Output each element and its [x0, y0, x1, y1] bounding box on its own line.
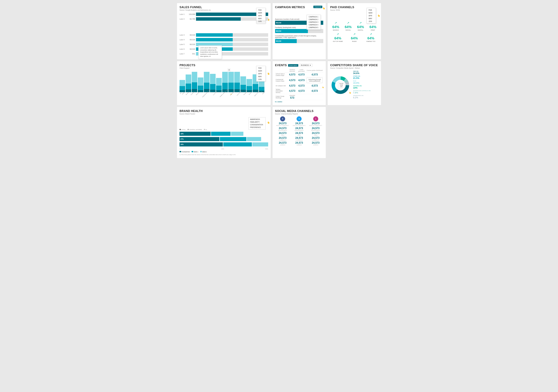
events-val-campus-1: 4,573 [288, 84, 297, 88]
fb-likes-value: 24,573 [275, 132, 290, 135]
brand-opt-consideration[interactable]: CONSIDERATION [249, 123, 265, 126]
wave-legend: FOUNDATION WAVE 1 WAVE 2 [180, 151, 268, 153]
campaign-2[interactable]: CAMPAIGN 2 [307, 18, 321, 21]
comp-pct-6: 6.2% [353, 96, 378, 99]
axis-25: 25% [221, 148, 224, 150]
campaign-5[interactable]: CAMPAIGN 5 [307, 26, 321, 29]
search-arrow-icon: ↗ [330, 21, 341, 25]
radio-pct: 64% [347, 36, 362, 40]
projects-month-dropdown[interactable]: FEB MAR APR MAY JUN [256, 66, 266, 82]
competitors-panel: COMPETITORS SHARE OF VOICE Source: Compe… [328, 61, 381, 105]
month-apr[interactable]: APR [256, 14, 265, 17]
funnel-label-1: Label 1 [180, 14, 188, 15]
funnel-label-6: Label 6 [180, 48, 188, 50]
proj-month-feb[interactable]: FEB [256, 67, 265, 69]
funnel-row-6: Label 6 68,018 [180, 47, 268, 51]
brand-question: Q: First of all, please enter the names … [180, 154, 268, 155]
events-label-commercial: Commercial Careers Expo [275, 77, 288, 84]
proj-month-apr[interactable]: APR [256, 72, 265, 75]
events-label-campus: On campus visit [275, 84, 288, 88]
sales-funnel-title: SALES FUNNEL [180, 6, 210, 9]
events-row-school: School Visit or Careers Expo 4,573 4,573… [275, 72, 323, 77]
competitors-subtitle: Source: Competitor Media Spend - Nielsen [330, 67, 378, 69]
events-val-tertiary-1: 4,573 [288, 88, 297, 94]
brand-opt-familiarity[interactable]: FAMILIARITY [249, 121, 265, 123]
sales-funnel-subtitle: Source: Google Analytics and Admissions … [180, 9, 210, 11]
fb-comments-value: 24,573 [275, 136, 290, 139]
funnel-row-2: Label 2 82,745 [180, 17, 268, 21]
social-pct: 64% [342, 25, 354, 29]
funnel-value-1: 134,698 [188, 13, 196, 15]
month-may[interactable]: MAY [256, 17, 265, 20]
paid-month-may[interactable]: MAY [367, 17, 376, 20]
brand-dropdown[interactable]: AWARENESS FAMILIARITY CONSIDERATION PREF… [248, 117, 266, 129]
campaign-1[interactable]: CAMPAIGN 1 [307, 16, 321, 18]
brand-seg-consideration-2 [223, 142, 252, 146]
donut-chart: 34.6%ONEUNI. 👆 [330, 75, 350, 95]
funnel-row-1: Label 1 134,698 [180, 13, 268, 16]
brand-seg-familiarity-3 [247, 137, 261, 141]
campaign-dropdown[interactable]: CAMPAIGN 1 CAMPAIGN 2 CAMPAIGN 3 CAMPAIG… [307, 15, 321, 30]
tw-comments-value: 24,573 [292, 136, 307, 139]
paid-channels-title: PAID CHANNELS [330, 6, 354, 9]
consideration-value: 68,018 [276, 40, 281, 42]
fb-likes-label: LIKES [275, 135, 290, 136]
month-jun[interactable]: JUN [256, 20, 265, 23]
comp-item-4: VICTORIA UNI. 10% [353, 85, 378, 89]
funnel-row-5: Label 5 68,018 [180, 43, 268, 46]
paid-month-apr[interactable]: APR [367, 14, 376, 17]
brand-bar-awareness: 18% [180, 132, 268, 136]
business-dropdown[interactable]: BUSINESS ▼ [300, 64, 313, 67]
familiarity-value: 68,018 [276, 30, 281, 32]
funnel-bar-wrap-3 [196, 33, 268, 37]
paid-month-feb[interactable]: FEB [367, 9, 376, 11]
bar-sonmore [246, 72, 252, 92]
month-feb[interactable]: FEB [256, 9, 265, 11]
fb-community-label: SIZE OF COMMUNITY [275, 125, 290, 126]
projects-panel: PROJECTS Client Support FEB MAR APR MAY … [177, 61, 271, 105]
fb-comments-label: COMMENTS [275, 139, 290, 141]
paid-grid-bottom: ↗ 64% OUT OF HOME ↗ 64% RADIO ↗ 64% CINE… [330, 33, 378, 42]
events-val-commercial-1: 4,573 [288, 77, 297, 84]
events-row-campus: On campus visit 4,573 4,573 4,573 👆 [275, 84, 323, 88]
brand-health-panel: BRAND HEALTH Source: Brand Tracker AWARE… [177, 107, 271, 158]
funnel-row-3: Label 3 68,018 [180, 33, 268, 37]
events-val-school-2: 4,573 [297, 72, 306, 77]
paid-month-jun[interactable]: JUN [367, 20, 376, 23]
brand-opt-awareness[interactable]: AWARENESS [249, 118, 265, 121]
social-title: SOCIAL MEDIA CHANNELS [275, 110, 323, 113]
ig-engagement-value: 24,573 [308, 127, 323, 130]
paid-radio: ↗ 64% RADIO [347, 33, 362, 42]
proj-month-jun[interactable]: JUN [256, 78, 265, 81]
bar-education [204, 72, 209, 92]
brand-bar-familiarity: 27% [180, 137, 268, 141]
funnel-bar-4 [196, 38, 233, 41]
social-media-panel: SOCIAL MEDIA CHANNELS Source: Channel Ac… [273, 107, 326, 158]
paid-month-mar[interactable]: MAR [367, 11, 376, 14]
funnel-label-7: Label 7 [180, 53, 188, 55]
paid-out-of-home: ↗ 64% OUT OF HOME [330, 33, 345, 42]
ig-shares-label: SHARES [308, 144, 323, 146]
proj-month-mar[interactable]: MAR [256, 69, 265, 72]
tw-comments-label: COMMENTS [292, 139, 307, 141]
dashboard: SALES FUNNEL Source: Google Analytics an… [177, 3, 381, 158]
print-pct: 64% [367, 25, 378, 29]
paid-cinema: ↗ 64% CINEMA/ TVC [363, 33, 378, 42]
campaign-4[interactable]: CAMPAIGN 4 [307, 24, 321, 26]
events-val-commercial-3: (advertising through online publishers) [306, 77, 323, 84]
events-val-school-3: 4,573 [306, 72, 323, 77]
campaign-3[interactable]: CAMPAIGN 3 [307, 21, 321, 24]
events-title: EVENTS [275, 64, 287, 67]
month-mar[interactable]: MAR [256, 11, 265, 14]
bar-international: 4 👆 [228, 72, 234, 92]
funnel-bar-wrap-4 [196, 38, 268, 41]
brand-opt-preference[interactable]: PREFERENCE [249, 126, 265, 129]
instagram-icon: i [313, 116, 318, 121]
brand-seg-awareness-3 [231, 132, 243, 136]
tw-engagement-value: 24,573 [292, 127, 307, 130]
comp-pct-1: 34.6% [353, 72, 378, 75]
paid-month-dropdown[interactable]: FEB MAR APR MAY JUN [366, 8, 376, 24]
proj-month-may[interactable]: MAY [256, 75, 265, 78]
sales-month-dropdown[interactable]: FEB MAR APR MAY JUN [256, 8, 266, 24]
brand-metric-familiarity: 27% [180, 137, 268, 141]
